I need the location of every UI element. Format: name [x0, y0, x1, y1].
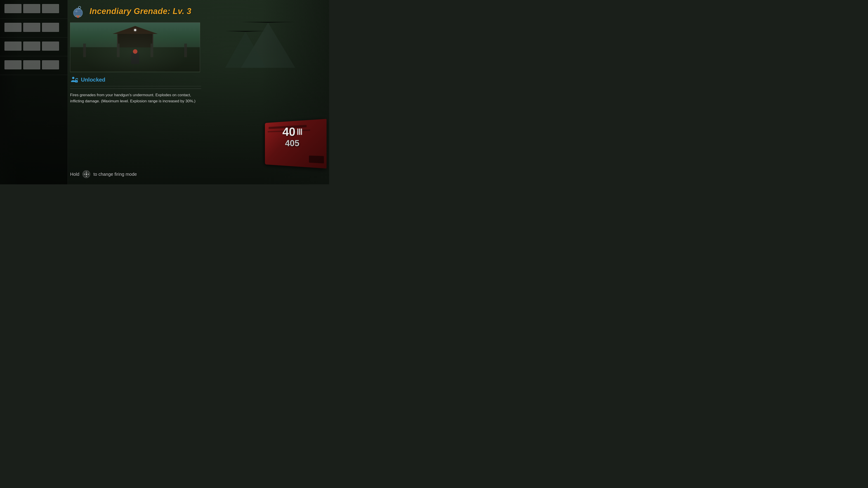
sidebar-row-1 [4, 4, 63, 13]
sidebar-section-4 [0, 56, 68, 75]
svg-point-5 [79, 6, 81, 8]
sidebar-row-3 [4, 41, 63, 51]
main-panel: Incendiary Grenade: Lv. 3 [70, 3, 201, 104]
sidebar [0, 0, 68, 184]
preview-image [70, 22, 200, 72]
ammo-bar-2 [299, 129, 300, 135]
sidebar-slot[interactable] [42, 23, 59, 32]
grenade-icon [70, 3, 86, 19]
ammo-reserve: 405 [282, 138, 302, 148]
ammo-bar-3 [301, 129, 302, 135]
ammo-current: 40 [282, 126, 296, 138]
sidebar-row-4 [4, 60, 63, 69]
ammo-bar-1 [297, 129, 298, 135]
ps-dot-right [88, 174, 89, 175]
sidebar-slot[interactable] [23, 4, 40, 13]
ps-dot-left [84, 174, 85, 175]
mountain-2 [225, 31, 266, 68]
divider [70, 89, 201, 89]
unlock-icon [70, 76, 78, 84]
sidebar-slot[interactable] [42, 41, 59, 51]
preview-fog [70, 23, 200, 72]
svg-point-8 [75, 10, 78, 12]
svg-point-7 [77, 16, 79, 18]
sidebar-slot[interactable] [23, 60, 40, 69]
sidebar-row-2 [4, 23, 63, 32]
sidebar-section-2 [0, 19, 68, 37]
sidebar-slot[interactable] [42, 60, 59, 69]
ammo-bars [297, 129, 302, 135]
sidebar-slot[interactable] [4, 23, 22, 32]
item-description: Fires grenades from your handgun's under… [70, 92, 197, 104]
sidebar-slot[interactable] [4, 60, 22, 69]
item-title: Incendiary Grenade: Lv. 3 [90, 6, 191, 16]
sidebar-slot[interactable] [23, 23, 40, 32]
hint-prefix: Hold [70, 172, 79, 177]
svg-point-11 [76, 81, 77, 82]
ps-dot-bottom [86, 176, 87, 177]
svg-point-9 [72, 77, 74, 79]
bottom-hint: Hold to change firing mode [70, 170, 137, 178]
ps-flower-icon [84, 172, 89, 177]
svg-rect-4 [76, 8, 80, 10]
sidebar-slot[interactable] [4, 41, 22, 51]
sidebar-section-1 [0, 0, 68, 19]
hint-suffix: to change firing mode [93, 172, 137, 177]
item-header: Incendiary Grenade: Lv. 3 [70, 3, 201, 19]
sidebar-slot[interactable] [4, 4, 22, 13]
sidebar-slot[interactable] [23, 41, 40, 51]
status-row: Unlocked [70, 76, 201, 86]
ammo-display: 40 405 [282, 126, 302, 148]
sidebar-section-3 [0, 37, 68, 56]
sidebar-slot[interactable] [42, 4, 59, 13]
ps-flower-button [83, 170, 90, 178]
status-text: Unlocked [81, 76, 105, 83]
